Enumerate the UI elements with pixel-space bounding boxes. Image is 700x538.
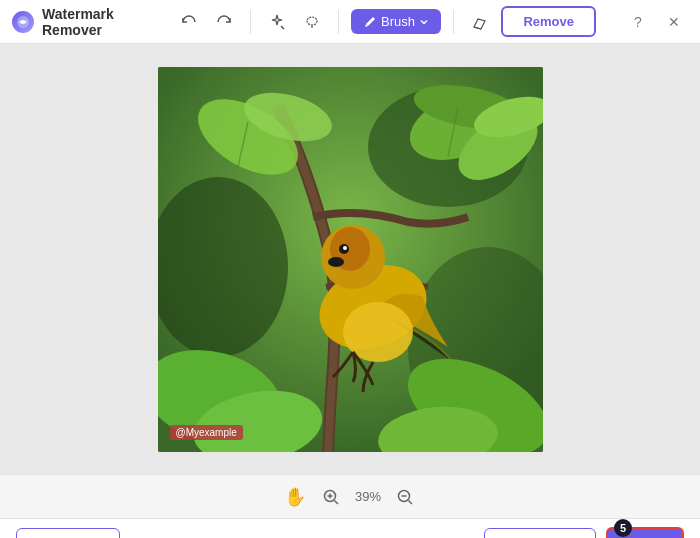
zoom-in-icon xyxy=(322,488,340,506)
hand-icon: ✋ xyxy=(284,486,306,508)
divider-3 xyxy=(453,10,454,34)
status-bar: ✋ 39% xyxy=(0,474,700,518)
svg-line-28 xyxy=(334,500,338,504)
zoom-level: 39% xyxy=(355,489,381,504)
canvas-area: @Myexample xyxy=(0,44,700,474)
zoom-in-button[interactable] xyxy=(319,485,343,509)
app-logo xyxy=(12,11,34,33)
svg-point-15 xyxy=(328,257,344,267)
magic-wand-button[interactable] xyxy=(263,6,291,38)
window-controls: ? ✕ xyxy=(624,8,688,36)
bird-image[interactable]: @Myexample xyxy=(158,67,543,452)
svg-point-2 xyxy=(307,17,317,25)
crop-save-button[interactable]: Crop & Save xyxy=(484,528,596,538)
help-button[interactable]: ? xyxy=(624,8,652,36)
svg-line-32 xyxy=(409,500,413,504)
divider-2 xyxy=(338,10,339,34)
new-image-button[interactable]: New Image xyxy=(16,528,120,538)
close-button[interactable]: ✕ xyxy=(660,8,688,36)
title-bar: Watermark Remover Brush xyxy=(0,0,700,44)
app-title: Watermark Remover xyxy=(42,6,159,38)
eraser-button[interactable] xyxy=(466,6,494,38)
remove-button[interactable]: Remove xyxy=(501,6,596,37)
svg-point-17 xyxy=(343,246,347,250)
undo-button[interactable] xyxy=(175,6,203,38)
divider-1 xyxy=(250,10,251,34)
brush-label: Brush xyxy=(381,14,415,29)
redo-button[interactable] xyxy=(211,6,239,38)
svg-line-3 xyxy=(474,27,481,29)
watermark-label: @Myexample xyxy=(170,425,243,440)
image-container[interactable]: @Myexample xyxy=(158,67,543,452)
svg-line-1 xyxy=(281,26,284,29)
action-bar: New Image 5 Crop & Save Save xyxy=(0,518,700,538)
notification-badge: 5 xyxy=(614,519,632,537)
hand-tool-button[interactable]: ✋ xyxy=(283,485,307,509)
brush-button[interactable]: Brush xyxy=(351,9,441,34)
zoom-out-button[interactable] xyxy=(393,485,417,509)
zoom-out-icon xyxy=(396,488,414,506)
right-actions: 5 Crop & Save Save xyxy=(484,527,684,538)
lasso-button[interactable] xyxy=(299,6,327,38)
